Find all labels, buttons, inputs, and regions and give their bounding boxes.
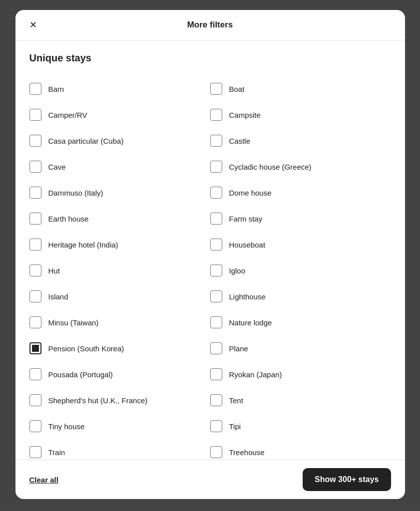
label-shepherds-hut: Shepherd's hut (U.K., France): [48, 396, 148, 405]
checkbox-igloo[interactable]: [210, 264, 222, 276]
checkbox-minsu[interactable]: [29, 316, 41, 328]
modal-footer: Clear all Show 300+ stays: [15, 460, 405, 499]
filter-grid: BarnBoatCamper/RVCampsiteCasa particular…: [29, 76, 391, 460]
label-cave: Cave: [48, 163, 66, 171]
filter-item-campsite[interactable]: Campsite: [210, 102, 391, 128]
checkbox-nature-lodge[interactable]: [210, 316, 222, 328]
checkbox-treehouse[interactable]: [210, 446, 222, 458]
checkbox-farm-stay[interactable]: [210, 213, 222, 225]
filter-item-train[interactable]: Train: [29, 439, 210, 460]
checkbox-pousada[interactable]: [29, 368, 41, 380]
label-earth-house: Earth house: [48, 215, 89, 223]
modal-overlay: ✕ More filters Unique stays BarnBoatCamp…: [0, 0, 420, 511]
checkbox-shepherds-hut[interactable]: [29, 394, 41, 406]
label-ryokan: Ryokan (Japan): [229, 370, 282, 379]
label-castle: Castle: [229, 137, 251, 145]
filter-item-cave[interactable]: Cave: [29, 154, 210, 180]
checkbox-train[interactable]: [29, 446, 41, 458]
label-treehouse: Treehouse: [229, 448, 265, 457]
checkbox-cycladic-house[interactable]: [210, 161, 222, 173]
filter-item-treehouse[interactable]: Treehouse: [210, 439, 391, 460]
filter-item-plane[interactable]: Plane: [210, 335, 391, 361]
filter-item-houseboat[interactable]: Houseboat: [210, 232, 391, 257]
checkbox-tent[interactable]: [210, 394, 222, 406]
clear-all-button[interactable]: Clear all: [29, 472, 58, 488]
modal-header: ✕ More filters: [15, 10, 405, 40]
checkbox-boat[interactable]: [210, 83, 222, 95]
filter-item-boat[interactable]: Boat: [210, 76, 391, 102]
label-dome-house: Dome house: [229, 189, 272, 197]
label-dammuso: Dammuso (Italy): [48, 189, 103, 197]
filter-item-tiny-house[interactable]: Tiny house: [29, 413, 210, 439]
filter-item-cycladic-house[interactable]: Cycladic house (Greece): [210, 154, 391, 180]
filter-item-earth-house[interactable]: Earth house: [29, 206, 210, 232]
checkbox-campsite[interactable]: [210, 109, 222, 121]
close-button[interactable]: ✕: [25, 17, 41, 33]
filter-item-dammuso[interactable]: Dammuso (Italy): [29, 180, 210, 206]
label-cycladic-house: Cycladic house (Greece): [229, 163, 312, 171]
checkbox-barn[interactable]: [29, 83, 41, 95]
filter-item-tent[interactable]: Tent: [210, 387, 391, 413]
filter-item-dome-house[interactable]: Dome house: [210, 180, 391, 206]
label-tipi: Tipi: [229, 422, 241, 431]
filter-item-island[interactable]: Island: [29, 283, 210, 309]
label-casa-particular: Casa particular (Cuba): [48, 137, 124, 145]
modal-title: More filters: [187, 20, 233, 30]
label-campsite: Campsite: [229, 111, 261, 119]
label-heritage-hotel: Heritage hotel (India): [48, 241, 118, 249]
filter-item-pousada[interactable]: Pousada (Portugal): [29, 361, 210, 387]
section-title: Unique stays: [29, 52, 391, 64]
label-pousada: Pousada (Portugal): [48, 370, 113, 379]
checkbox-ryokan[interactable]: [210, 368, 222, 380]
label-minsu: Minsu (Taiwan): [48, 318, 99, 327]
checkbox-houseboat[interactable]: [210, 239, 222, 251]
label-boat: Boat: [229, 85, 245, 93]
checkbox-heritage-hotel[interactable]: [29, 239, 41, 251]
close-icon: ✕: [29, 19, 37, 30]
filter-item-shepherds-hut[interactable]: Shepherd's hut (U.K., France): [29, 387, 210, 413]
checkbox-lighthouse[interactable]: [210, 290, 222, 302]
label-tent: Tent: [229, 396, 243, 405]
filter-item-farm-stay[interactable]: Farm stay: [210, 206, 391, 232]
show-stays-button[interactable]: Show 300+ stays: [303, 468, 391, 491]
label-barn: Barn: [48, 85, 64, 93]
checkbox-castle[interactable]: [210, 135, 222, 147]
label-igloo: Igloo: [229, 266, 246, 275]
label-lighthouse: Lighthouse: [229, 292, 266, 301]
checkbox-pension[interactable]: [29, 342, 41, 354]
label-farm-stay: Farm stay: [229, 215, 263, 223]
filter-item-igloo[interactable]: Igloo: [210, 257, 391, 283]
filter-item-minsu[interactable]: Minsu (Taiwan): [29, 309, 210, 335]
filter-item-castle[interactable]: Castle: [210, 128, 391, 154]
filter-item-casa-particular[interactable]: Casa particular (Cuba): [29, 128, 210, 154]
filter-item-lighthouse[interactable]: Lighthouse: [210, 283, 391, 309]
checkbox-hut[interactable]: [29, 264, 41, 276]
filter-item-tipi[interactable]: Tipi: [210, 413, 391, 439]
more-filters-modal: ✕ More filters Unique stays BarnBoatCamp…: [15, 10, 405, 499]
checkbox-tiny-house[interactable]: [29, 420, 41, 432]
label-island: Island: [48, 292, 68, 301]
filter-item-barn[interactable]: Barn: [29, 76, 210, 102]
filter-item-camper-rv[interactable]: Camper/RV: [29, 102, 210, 128]
filter-item-heritage-hotel[interactable]: Heritage hotel (India): [29, 232, 210, 257]
label-plane: Plane: [229, 344, 248, 353]
checkbox-island[interactable]: [29, 290, 41, 302]
label-train: Train: [48, 448, 65, 457]
filter-item-hut[interactable]: Hut: [29, 257, 210, 283]
checkbox-dammuso[interactable]: [29, 187, 41, 199]
checkbox-earth-house[interactable]: [29, 213, 41, 225]
filter-item-nature-lodge[interactable]: Nature lodge: [210, 309, 391, 335]
checkbox-casa-particular[interactable]: [29, 135, 41, 147]
label-pension: Pension (South Korea): [48, 344, 124, 353]
checkbox-cave[interactable]: [29, 161, 41, 173]
checkbox-dome-house[interactable]: [210, 187, 222, 199]
checkbox-camper-rv[interactable]: [29, 109, 41, 121]
label-houseboat: Houseboat: [229, 241, 266, 249]
label-tiny-house: Tiny house: [48, 422, 85, 431]
filter-item-ryokan[interactable]: Ryokan (Japan): [210, 361, 391, 387]
filter-item-pension[interactable]: Pension (South Korea): [29, 335, 210, 361]
checkbox-tipi[interactable]: [210, 420, 222, 432]
modal-body: Unique stays BarnBoatCamper/RVCampsiteCa…: [15, 40, 405, 460]
label-nature-lodge: Nature lodge: [229, 318, 272, 327]
checkbox-plane[interactable]: [210, 342, 222, 354]
